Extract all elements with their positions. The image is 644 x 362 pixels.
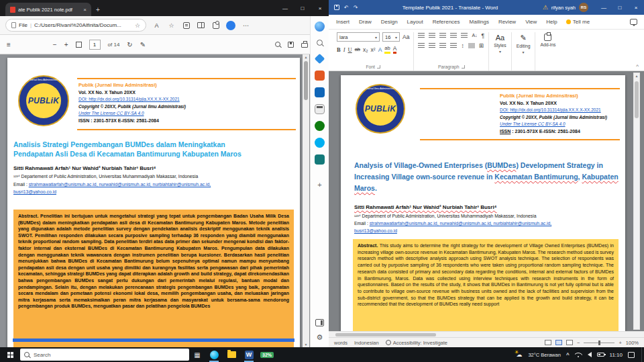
pdf-scrollbar-thumb[interactable] bbox=[304, 61, 308, 100]
rotate-icon[interactable]: ↻ bbox=[127, 41, 132, 48]
hidden-icons-chevron[interactable]: ^ bbox=[566, 352, 570, 358]
taskbar-file-explorer-icon[interactable] bbox=[223, 347, 240, 362]
collapse-ribbon-icon[interactable]: ^ bbox=[636, 63, 639, 69]
word-close-button[interactable]: × bbox=[628, 0, 644, 15]
styles-dropdown-icon[interactable]: ▾ bbox=[499, 49, 501, 54]
abstract-box-en[interactable]: Abstract. This study aims to determine t… bbox=[353, 239, 619, 331]
favorite-star-icon[interactable]: ☆ bbox=[135, 22, 140, 29]
zoom-out-button[interactable]: − bbox=[53, 41, 57, 48]
sidebar-panel-icon[interactable] bbox=[315, 319, 324, 326]
taskbar-search-box[interactable]: Search bbox=[20, 349, 189, 361]
align-right-icon[interactable] bbox=[439, 43, 446, 48]
pdf-viewport[interactable]: Jurnal Ilmu Administrasi PUBLiK Publik (… bbox=[0, 54, 310, 347]
split-screen-icon[interactable] bbox=[197, 22, 205, 28]
font-name-dropdown-icon[interactable]: ▾ bbox=[375, 35, 377, 40]
article-title-en[interactable]: Analysis of Village-Owned Enterprises (B… bbox=[354, 160, 625, 194]
word-scrollbar[interactable]: ▲ bbox=[633, 73, 640, 330]
scroll-down-icon[interactable]: ▼ bbox=[303, 343, 309, 347]
draw-icon[interactable]: ✎ bbox=[140, 41, 146, 48]
numbered-list-icon[interactable] bbox=[429, 33, 435, 38]
tab-design[interactable]: Design bbox=[376, 19, 402, 25]
profile-avatar[interactable] bbox=[226, 21, 235, 30]
word-count-status[interactable]: words bbox=[334, 340, 347, 346]
battery-icon[interactable] bbox=[597, 353, 604, 357]
word-page[interactable]: Jurnal Ilmu Administrasi PUBLiK Publik (… bbox=[341, 75, 625, 331]
font-size-combobox[interactable]: 16▾ bbox=[382, 32, 400, 42]
editing-dropdown-icon[interactable]: ▾ bbox=[523, 50, 525, 54]
task-view-button[interactable]: ▦ bbox=[189, 351, 205, 359]
games-icon[interactable] bbox=[315, 121, 325, 131]
highlight-color-button[interactable]: ab bbox=[384, 45, 390, 54]
word-minimize-button[interactable]: — bbox=[596, 0, 612, 15]
word-document-viewport[interactable]: Jurnal Ilmu Administrasi PUBLiK Publik (… bbox=[329, 71, 644, 331]
add-ins-button[interactable]: Add-ins bbox=[535, 32, 560, 71]
tab-close-icon[interactable]: × bbox=[83, 7, 87, 13]
increase-indent-icon[interactable] bbox=[461, 33, 468, 38]
word-horizontal-scrollbar[interactable] bbox=[329, 331, 644, 337]
edge-minimize-button[interactable]: — bbox=[276, 0, 294, 16]
doc-authors-line[interactable]: Sitti Rahmawati Arfah¹ Nur Wahid² Nurbia… bbox=[354, 204, 497, 210]
action-center-icon[interactable] bbox=[628, 352, 635, 358]
font-color-button[interactable]: A bbox=[393, 45, 397, 54]
extensions-icon[interactable] bbox=[211, 22, 220, 29]
page-number-input[interactable]: 1 bbox=[89, 40, 101, 50]
volume-icon[interactable] bbox=[588, 352, 592, 357]
word-hscrollbar-thumb[interactable] bbox=[335, 333, 436, 336]
doc-affiliation-line[interactable]: ¹²³⁴ Department of Public Administration… bbox=[354, 214, 537, 218]
decrease-indent-icon[interactable] bbox=[450, 33, 457, 38]
editing-button[interactable]: ✎ Editing ▾ bbox=[512, 32, 536, 71]
word-restore-button[interactable]: □ bbox=[612, 0, 628, 15]
warning-icon[interactable]: ⚠ bbox=[543, 4, 548, 11]
user-name[interactable]: rifyan syah bbox=[551, 5, 576, 11]
doc-license-link[interactable]: Under The License CC BY-SA 4.0 bbox=[500, 121, 624, 128]
read-mode-icon[interactable] bbox=[545, 340, 551, 345]
email-link-last[interactable]: busri13@yahoo.co.id bbox=[13, 189, 56, 194]
bullet-list-icon[interactable] bbox=[418, 33, 425, 38]
align-center-icon[interactable] bbox=[429, 43, 435, 48]
tell-me-box[interactable]: Tell me bbox=[566, 19, 590, 25]
start-button[interactable] bbox=[0, 347, 20, 362]
bold-button[interactable]: B bbox=[337, 46, 341, 53]
translator-icon[interactable] bbox=[315, 154, 325, 165]
zoom-in-button[interactable]: + bbox=[64, 41, 68, 48]
tab-review[interactable]: Review bbox=[494, 19, 521, 25]
sidebar-settings-icon[interactable]: ⚙ bbox=[317, 333, 323, 342]
shading-button[interactable] bbox=[468, 43, 475, 48]
pdf-scrollbar[interactable]: ▲ ▼ bbox=[303, 54, 309, 347]
tab-view[interactable]: View bbox=[521, 19, 541, 25]
scroll-up-icon[interactable]: ▲ bbox=[303, 55, 309, 59]
clock[interactable]: 11:10 bbox=[610, 352, 623, 358]
font-dialog-launcher-icon[interactable] bbox=[377, 65, 380, 69]
edge-close-button[interactable]: × bbox=[311, 0, 329, 16]
battery-percentage-badge[interactable]: 32% bbox=[260, 352, 274, 358]
print-icon[interactable] bbox=[301, 43, 308, 48]
align-left-icon[interactable] bbox=[418, 43, 425, 48]
multilevel-list-icon[interactable] bbox=[439, 33, 446, 38]
justify-icon[interactable] bbox=[450, 43, 457, 48]
favorites-icon[interactable]: ☆ bbox=[167, 22, 176, 29]
font-size-dropdown-icon[interactable]: ▾ bbox=[395, 35, 397, 40]
subscript-button[interactable]: x₂ bbox=[363, 46, 368, 53]
copilot-icon[interactable] bbox=[315, 21, 325, 32]
line-spacing-button[interactable]: ↕ bbox=[461, 42, 464, 49]
redo-icon[interactable]: ↷ bbox=[354, 5, 358, 11]
font-name-combobox[interactable]: lara▾ bbox=[337, 32, 380, 42]
text-effects-button[interactable]: A bbox=[378, 46, 382, 53]
taskbar-word-icon[interactable]: W bbox=[240, 347, 258, 362]
tab-references[interactable]: References bbox=[428, 19, 465, 25]
browser-menu-icon[interactable]: ⋯ bbox=[241, 22, 250, 29]
tools-calculator-icon[interactable] bbox=[315, 104, 325, 114]
read-aloud-icon[interactable]: A bbox=[152, 22, 161, 29]
language-status[interactable]: Indonesian bbox=[354, 340, 379, 346]
email-links[interactable]: strahmawatiarfah@unismuh.ac.id, nurwahid… bbox=[29, 182, 211, 187]
underline-button[interactable]: U bbox=[348, 46, 352, 53]
zoom-in-status-icon[interactable]: + bbox=[619, 340, 621, 346]
doc-doi-link[interactable]: DOI: http://dx.doi.org/10.31314/pjia.XX.… bbox=[500, 107, 624, 114]
doc-email-links[interactable]: strahmawatiarfah@unismuh.ac.id, nurwahid… bbox=[370, 221, 552, 226]
styles-button[interactable]: Aa Styles ▾ bbox=[489, 32, 512, 71]
discover-icon[interactable] bbox=[315, 54, 325, 64]
weather-status[interactable]: 32°C Berawan bbox=[528, 352, 560, 358]
sort-button[interactable]: A↓ bbox=[472, 32, 477, 39]
shopping-icon[interactable] bbox=[315, 71, 325, 81]
paragraph-dialog-launcher-icon[interactable] bbox=[462, 65, 465, 69]
